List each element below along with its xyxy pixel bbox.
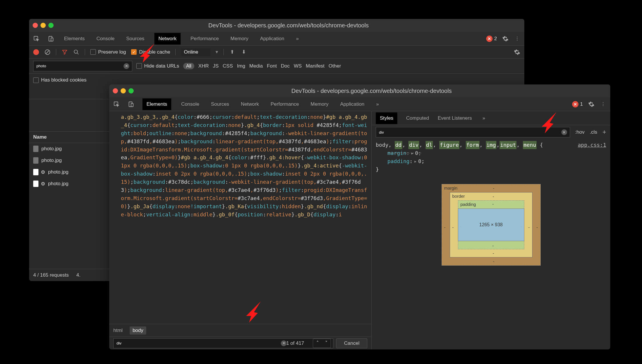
svg-line-4 xyxy=(46,50,49,54)
filter-manifest[interactable]: Manifest xyxy=(306,63,324,69)
tab-elements[interactable]: Elements xyxy=(62,33,87,45)
rule-selector: body, dd, div, dl, figure, form, img, in… xyxy=(376,141,578,149)
error-badge[interactable]: ✕ 2 xyxy=(486,36,497,42)
breadcrumb-item[interactable]: html xyxy=(113,328,123,333)
tab-sources[interactable]: Sources xyxy=(124,33,146,45)
tab-computed[interactable]: Computed xyxy=(406,115,429,121)
box-model-content: 1265 × 938 xyxy=(458,208,524,241)
device-toolbar-icon[interactable] xyxy=(48,36,54,42)
more-tabs-icon[interactable]: » xyxy=(481,115,487,121)
minimize-window-button[interactable] xyxy=(121,88,126,93)
tab-application[interactable]: Application xyxy=(338,98,366,110)
close-window-button[interactable] xyxy=(33,23,38,28)
dom-search-bar: ✕ 1 of 417 ˄ ˅ Cancel xyxy=(109,337,371,349)
divider xyxy=(175,49,176,55)
clear-filter-icon[interactable]: ✕ xyxy=(124,63,129,69)
tab-application[interactable]: Application xyxy=(258,33,286,45)
download-har-icon[interactable]: ⬇ xyxy=(241,49,247,55)
filter-css[interactable]: CSS xyxy=(223,63,233,69)
tab-network[interactable]: Network xyxy=(239,98,261,110)
tab-sources[interactable]: Sources xyxy=(209,98,231,110)
main-split: a.gb_3.gb_3,.gb_4{color:#666;cursor:defa… xyxy=(109,111,610,349)
svg-line-6 xyxy=(77,53,79,54)
filter-ws[interactable]: WS xyxy=(294,63,301,69)
tab-performance[interactable]: Performance xyxy=(189,33,221,45)
device-toolbar-icon[interactable] xyxy=(128,101,134,107)
inspect-icon[interactable] xyxy=(113,101,120,107)
more-tabs-icon[interactable]: » xyxy=(294,36,301,42)
filter-input[interactable] xyxy=(33,61,132,71)
more-tabs-icon[interactable]: » xyxy=(374,101,381,107)
tab-event-listeners[interactable]: Event Listeners xyxy=(438,115,472,121)
window-title: DevTools - developers.google.com/web/too… xyxy=(136,88,607,94)
search-next-button[interactable]: ˅ xyxy=(322,339,331,348)
clear-icon[interactable] xyxy=(44,49,51,55)
filter-other[interactable]: Other xyxy=(329,63,341,69)
filter-doc[interactable]: Doc xyxy=(281,63,290,69)
record-button[interactable] xyxy=(33,49,39,55)
window-title: DevTools - developers.google.com/web/too… xyxy=(56,22,521,29)
zoom-window-button[interactable] xyxy=(128,88,134,93)
clear-search-icon[interactable]: ✕ xyxy=(281,340,287,346)
filter-media[interactable]: Media xyxy=(249,63,263,69)
settings-icon[interactable] xyxy=(514,49,520,55)
styles-tabs: Styles Computed Event Listeners » xyxy=(372,111,610,125)
hide-data-urls-checkbox[interactable]: Hide data URLs xyxy=(136,63,179,69)
cls-button[interactable]: .cls xyxy=(590,129,597,135)
filter-row: ✕ Hide data URLs All XHR JS CSS Img Medi… xyxy=(29,59,524,74)
throttling-select[interactable]: Online xyxy=(181,48,210,56)
hov-button[interactable]: :hov xyxy=(575,129,585,135)
clear-styles-filter-icon[interactable]: ✕ xyxy=(561,129,567,135)
disable-cache-checkbox[interactable]: Disable cache xyxy=(131,49,170,55)
tab-network[interactable]: Network xyxy=(154,33,181,45)
error-icon: ✕ xyxy=(572,101,578,107)
css-rule[interactable]: app.css:1 body, dd, div, dl, figure, for… xyxy=(372,139,610,175)
css-declaration[interactable]: padding:▸0; xyxy=(376,157,606,165)
breadcrumb-item[interactable]: body xyxy=(130,326,146,335)
divider xyxy=(85,49,85,55)
tab-performance[interactable]: Performance xyxy=(269,98,301,110)
requests-count: 4 / 165 requests xyxy=(33,272,69,278)
blocked-cookies-checkbox[interactable]: Has blocked cookies xyxy=(33,77,87,83)
css-declaration[interactable]: margin:▸0; xyxy=(376,149,606,157)
settings-icon[interactable] xyxy=(588,101,595,107)
box-model[interactable]: margin - - - - border - - - - padding - … xyxy=(442,184,541,266)
rule-source-link[interactable]: app.css:1 xyxy=(578,141,606,149)
image-icon xyxy=(33,146,38,152)
styles-filter-input[interactable] xyxy=(376,127,570,137)
error-icon: ✕ xyxy=(486,36,493,42)
search-prev-button[interactable]: ˄ xyxy=(313,339,322,348)
tab-console[interactable]: Console xyxy=(95,33,116,45)
settings-icon[interactable] xyxy=(502,36,509,42)
svg-point-5 xyxy=(74,50,78,53)
upload-har-icon[interactable]: ⬆ xyxy=(229,49,235,55)
filter-font[interactable]: Font xyxy=(267,63,277,69)
minimize-window-button[interactable] xyxy=(40,23,46,28)
new-rule-button[interactable]: + xyxy=(602,128,606,136)
elements-code-pane[interactable]: a.gb_3.gb_3,.gb_4{color:#666;cursor:defa… xyxy=(109,111,371,324)
search-icon[interactable] xyxy=(73,49,80,55)
filter-img[interactable]: Img xyxy=(237,63,245,69)
close-window-button[interactable] xyxy=(113,88,118,93)
cancel-button[interactable]: Cancel xyxy=(336,338,367,348)
tab-styles[interactable]: Styles xyxy=(376,112,397,124)
filter-xhr[interactable]: XHR xyxy=(198,63,209,69)
kebab-menu-icon[interactable]: ⋮ xyxy=(600,101,606,107)
tab-memory[interactable]: Memory xyxy=(309,98,330,110)
funnel-icon[interactable] xyxy=(61,49,68,55)
error-count: 1 xyxy=(580,101,583,107)
inspect-icon[interactable] xyxy=(33,36,40,42)
tab-memory[interactable]: Memory xyxy=(229,33,250,45)
devtools-window-elements: DevTools - developers.google.com/web/too… xyxy=(109,84,610,349)
kebab-menu-icon[interactable]: ⋮ xyxy=(514,36,520,42)
error-badge[interactable]: ✕ 1 xyxy=(572,101,583,107)
filter-all-pill[interactable]: All xyxy=(183,63,194,69)
filter-js[interactable]: JS xyxy=(213,63,219,69)
zoom-window-button[interactable] xyxy=(48,23,54,28)
preserve-log-checkbox[interactable]: Preserve log xyxy=(90,49,126,55)
main-tabbar: Elements Console Sources Network Perform… xyxy=(109,97,610,111)
tab-elements[interactable]: Elements xyxy=(142,98,171,110)
main-tabbar: Elements Console Sources Network Perform… xyxy=(29,32,524,46)
styles-pane: Styles Computed Event Listeners » ✕ :hov… xyxy=(371,111,610,349)
tab-console[interactable]: Console xyxy=(179,98,201,110)
